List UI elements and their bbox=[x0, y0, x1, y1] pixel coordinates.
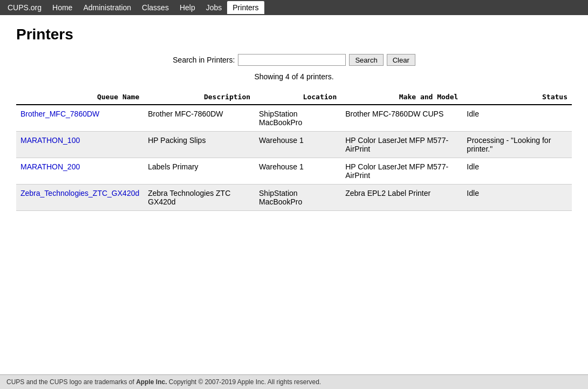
printer-make-model: Zebra EPL2 Label Printer bbox=[341, 185, 462, 211]
table-body: Brother_MFC_7860DWBrother MFC-7860DWShip… bbox=[16, 105, 572, 211]
nav-item-printers[interactable]: Printers bbox=[227, 1, 264, 14]
printer-description: Zebra Technologies ZTC GX420d bbox=[143, 185, 255, 211]
search-row: Search in Printers: Search Clear bbox=[16, 54, 572, 66]
col-status: Status bbox=[462, 90, 572, 105]
showing-text: Showing 4 of 4 printers. bbox=[16, 72, 572, 81]
table-header: Queue Name Description Location Make and… bbox=[16, 90, 572, 105]
printers-table: Queue Name Description Location Make and… bbox=[16, 90, 572, 211]
clear-button[interactable]: Clear bbox=[387, 54, 415, 66]
table-row: Brother_MFC_7860DWBrother MFC-7860DWShip… bbox=[16, 105, 572, 132]
footer-text: CUPS and the CUPS logo are trademarks of… bbox=[6, 378, 321, 386]
printer-location: Warehouse 1 bbox=[255, 132, 341, 158]
printer-status: Processing - "Looking for printer." bbox=[462, 132, 572, 158]
page-title: Printers bbox=[16, 26, 572, 43]
table-row: MARATHON_200Labels PrimaryWarehouse 1HP … bbox=[16, 158, 572, 185]
printer-location: ShipStation MacBookPro bbox=[255, 185, 341, 211]
printer-link[interactable]: Brother_MFC_7860DW bbox=[20, 110, 99, 118]
search-input[interactable] bbox=[238, 54, 346, 66]
printer-make-model: Brother MFC-7860DW CUPS bbox=[341, 105, 462, 132]
printer-location: Warehouse 1 bbox=[255, 158, 341, 185]
printer-link[interactable]: MARATHON_200 bbox=[20, 162, 80, 171]
search-label: Search in Printers: bbox=[173, 56, 235, 64]
table-row: MARATHON_100HP Packing SlipsWarehouse 1H… bbox=[16, 132, 572, 158]
nav-item-classes[interactable]: Classes bbox=[136, 1, 174, 14]
nav-item-administration[interactable]: Administration bbox=[78, 1, 136, 14]
printer-status: Idle bbox=[462, 105, 572, 132]
search-button[interactable]: Search bbox=[349, 54, 383, 66]
printer-link[interactable]: Zebra_Technologies_ZTC_GX420d bbox=[20, 189, 139, 197]
nav-item-home[interactable]: Home bbox=[47, 1, 78, 14]
printer-status: Idle bbox=[462, 158, 572, 185]
footer-brand: Apple Inc. bbox=[136, 378, 167, 386]
printer-description: HP Packing Slips bbox=[143, 132, 255, 158]
nav-item-jobs[interactable]: Jobs bbox=[201, 1, 228, 14]
main-content: Printers Search in Printers: Search Clea… bbox=[0, 15, 588, 222]
nav-item-cupsorg[interactable]: CUPS.org bbox=[2, 1, 47, 14]
printer-location: ShipStation MacBookPro bbox=[255, 105, 341, 132]
printer-make-model: HP Color LaserJet MFP M577-AirPrint bbox=[341, 132, 462, 158]
col-make-model: Make and Model bbox=[341, 90, 462, 105]
col-location: Location bbox=[255, 90, 341, 105]
printer-link[interactable]: MARATHON_100 bbox=[20, 136, 80, 145]
printer-status: Idle bbox=[462, 185, 572, 211]
main-nav: CUPS.orgHomeAdministrationClassesHelpJob… bbox=[0, 0, 588, 15]
printer-description: Brother MFC-7860DW bbox=[143, 105, 255, 132]
col-queue-name: Queue Name bbox=[16, 90, 143, 105]
nav-item-help[interactable]: Help bbox=[174, 1, 201, 14]
printer-make-model: HP Color LaserJet MFP M577-AirPrint bbox=[341, 158, 462, 185]
table-row: Zebra_Technologies_ZTC_GX420dZebra Techn… bbox=[16, 185, 572, 211]
printer-description: Labels Primary bbox=[143, 158, 255, 185]
col-description: Description bbox=[143, 90, 255, 105]
footer: CUPS and the CUPS logo are trademarks of… bbox=[0, 374, 588, 389]
